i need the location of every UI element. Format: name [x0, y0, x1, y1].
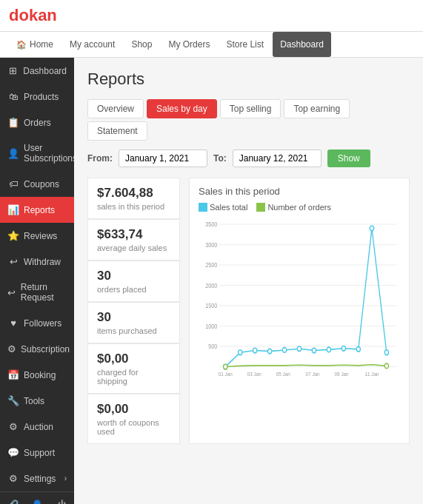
- sidebar-label-tools: Tools: [24, 396, 44, 406]
- nav-bar: 🏠 Home My account Shop My Orders Store L…: [0, 32, 423, 58]
- svg-text:1000: 1000: [205, 323, 218, 330]
- sidebar-item-settings[interactable]: ⚙ Settings ›: [0, 466, 74, 491]
- svg-text:05 Jan: 05 Jan: [276, 371, 290, 377]
- sales-dot-3: [253, 348, 256, 353]
- nav-dashboard[interactable]: Dashboard: [273, 32, 331, 57]
- stat-shipping: $0,00 charged for shipping: [87, 343, 180, 394]
- svg-text:2000: 2000: [205, 282, 218, 289]
- orders-dot-12: [384, 363, 388, 369]
- to-date-input[interactable]: [233, 149, 322, 167]
- sidebar-external-link-btn[interactable]: 🔗: [0, 492, 24, 504]
- sidebar-label-reviews: Reviews: [24, 231, 57, 241]
- sales-dot-6: [297, 346, 301, 352]
- sales-dot-2: [238, 350, 242, 355]
- svg-text:03 Jan: 03 Jan: [247, 371, 262, 377]
- sales-dot-10: [356, 347, 360, 352]
- sidebar-label-products: Products: [24, 92, 59, 102]
- sidebar-item-orders[interactable]: 📋 Orders: [0, 110, 74, 135]
- nav-myorders[interactable]: My Orders: [161, 32, 217, 57]
- nav-myaccount[interactable]: My account: [62, 32, 122, 57]
- logo: dokan: [9, 6, 57, 25]
- sidebar-item-reports[interactable]: 📊 Reports: [0, 197, 74, 223]
- legend-orders-label: Number of orders: [267, 203, 331, 212]
- sales-dot-5: [282, 348, 286, 353]
- stat-label-avg: average daily sales: [97, 243, 170, 252]
- svg-text:11 Jan: 11 Jan: [364, 371, 379, 377]
- stat-label-sales: sales in this period: [97, 202, 170, 211]
- from-label: From:: [87, 153, 113, 164]
- sidebar-label-auction: Auction: [24, 422, 53, 432]
- chart-title: Sales in this period: [199, 186, 400, 197]
- stat-avg-daily: $633,74 average daily sales: [87, 219, 180, 261]
- settings-arrow-icon: ›: [64, 474, 67, 483]
- usersubscriptions-icon: 👤: [7, 148, 19, 159]
- sidebar-label-dashboard: Dashboard: [23, 66, 67, 76]
- stat-value-coupons: $0,00: [97, 402, 170, 417]
- line-chart: 3500 3000 2500 2000 1500 1000 500 01 Jan…: [199, 216, 400, 379]
- sidebar-item-products[interactable]: 🛍 Products: [0, 84, 74, 110]
- sidebar-item-coupons[interactable]: 🏷 Coupons: [0, 171, 74, 197]
- main-layout: ⊞ Dashboard 🛍 Products 📋 Orders 👤 User S…: [0, 58, 423, 504]
- sidebar-item-usersubscriptions[interactable]: 👤 User Subscriptions: [0, 135, 74, 171]
- sidebar-item-reviews[interactable]: ⭐ Reviews: [0, 223, 74, 249]
- nav-shop[interactable]: Shop: [124, 32, 159, 57]
- nav-myorders-label: My Orders: [168, 39, 210, 50]
- stats-chart-container: $7.604,88 sales in this period $633,74 a…: [87, 178, 410, 444]
- sidebar-item-returnrequest[interactable]: ↩ Return Request: [0, 275, 74, 310]
- svg-text:01 Jan: 01 Jan: [219, 371, 233, 377]
- sidebar-item-subscription[interactable]: ⚙ Subscription: [0, 336, 74, 362]
- orders-icon: 📋: [7, 117, 19, 128]
- svg-text:500: 500: [208, 343, 218, 351]
- sidebar-item-booking[interactable]: 📅 Booking: [0, 362, 74, 388]
- tools-icon: 🔧: [7, 395, 19, 406]
- withdraw-icon: ↩: [7, 256, 19, 267]
- sidebar-item-auction[interactable]: ⚙ Auction: [0, 414, 74, 440]
- sidebar-item-followers[interactable]: ♥ Followers: [0, 310, 74, 336]
- sidebar-label-orders: Orders: [24, 118, 51, 128]
- tab-topselling[interactable]: Top selling: [220, 99, 282, 118]
- sidebar-bottom: 🔗 👤 ⏻: [0, 491, 74, 504]
- show-button[interactable]: Show: [327, 149, 370, 167]
- sales-dot-4: [267, 349, 271, 354]
- tabs-bar: Overview Sales by day Top selling Top ea…: [87, 99, 410, 141]
- home-icon: 🏠: [16, 40, 27, 50]
- from-date-input[interactable]: [119, 149, 207, 167]
- returnrequest-icon: ↩: [7, 287, 16, 298]
- svg-text:1500: 1500: [205, 303, 218, 310]
- sidebar-label-support: Support: [24, 448, 55, 458]
- sidebar-label-followers: Followers: [24, 318, 61, 329]
- sidebar-user-btn[interactable]: 👤: [24, 492, 49, 504]
- chart-area: Sales in this period Sales total Number …: [189, 178, 410, 444]
- nav-storelist[interactable]: Store List: [219, 32, 271, 57]
- stat-orders: 30 orders placed: [87, 261, 180, 302]
- tab-statement[interactable]: Statement: [87, 121, 147, 141]
- orders-dot-1: [224, 364, 227, 369]
- nav-storelist-label: Store List: [226, 39, 264, 50]
- stat-value-avg: $633,74: [97, 227, 170, 242]
- tab-salesbyday[interactable]: Sales by day: [147, 99, 217, 118]
- stats-column: $7.604,88 sales in this period $633,74 a…: [87, 178, 180, 444]
- nav-myaccount-label: My account: [70, 39, 115, 50]
- sidebar-label-coupons: Coupons: [24, 179, 59, 189]
- page-title: Reports: [87, 70, 410, 89]
- nav-dashboard-label: Dashboard: [280, 39, 324, 50]
- sidebar-label-withdraw: Withdraw: [24, 257, 61, 267]
- sidebar-power-btn[interactable]: ⏻: [50, 492, 74, 504]
- sidebar-item-support[interactable]: 💬 Support: [0, 440, 74, 466]
- sidebar-item-tools[interactable]: 🔧 Tools: [0, 388, 74, 414]
- sidebar-item-withdraw[interactable]: ↩ Withdraw: [0, 249, 74, 275]
- coupons-icon: 🏷: [7, 178, 19, 189]
- reviews-icon: ⭐: [7, 230, 19, 241]
- sidebar-label-subscription: Subscription: [21, 344, 70, 355]
- tab-topearning[interactable]: Top earning: [284, 99, 350, 118]
- sales-dot-7: [312, 348, 316, 353]
- stat-items: 30 items purchased: [87, 302, 180, 343]
- stat-sales-total: $7.604,88 sales in this period: [87, 178, 180, 219]
- nav-shop-label: Shop: [131, 39, 152, 50]
- top-bar: dokan: [0, 0, 423, 32]
- sidebar-item-dashboard[interactable]: ⊞ Dashboard: [0, 58, 74, 84]
- sidebar: ⊞ Dashboard 🛍 Products 📋 Orders 👤 User S…: [0, 58, 74, 504]
- svg-text:07 Jan: 07 Jan: [306, 371, 320, 377]
- nav-home[interactable]: 🏠 Home: [9, 32, 61, 57]
- tab-overview[interactable]: Overview: [87, 99, 144, 118]
